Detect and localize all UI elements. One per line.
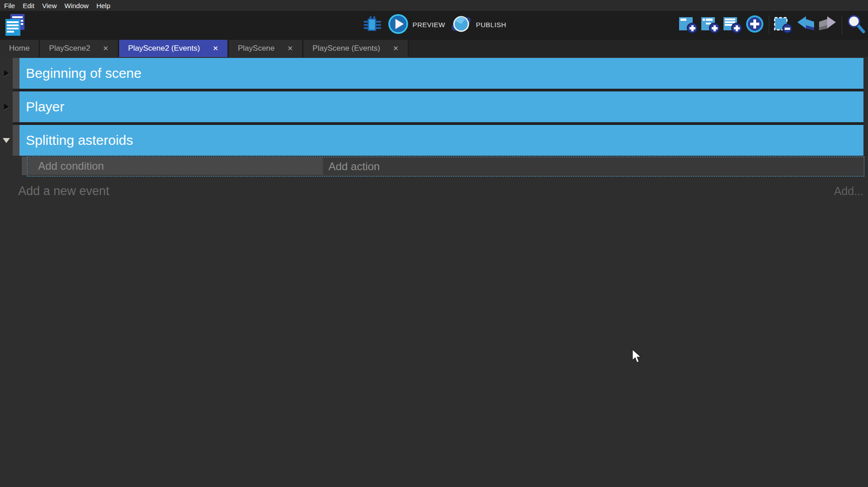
event-group-bar[interactable]: Beginning of scene <box>19 58 863 89</box>
event-group-bar[interactable]: Splitting asteroids <box>19 125 863 156</box>
tab-close-icon[interactable]: ✕ <box>287 44 293 53</box>
add-action-button[interactable]: Add action <box>323 157 864 176</box>
debug-button[interactable] <box>362 14 382 35</box>
event-group-row: Beginning of scene <box>0 58 868 89</box>
tab-home[interactable]: Home <box>0 40 39 57</box>
delete-selection-icon <box>773 14 793 36</box>
play-icon <box>388 14 409 36</box>
publish-button[interactable]: PUBLISH <box>451 14 506 36</box>
mouse-cursor <box>631 349 643 366</box>
menu-bar: File Edit View Window Help <box>0 0 868 11</box>
toolbar-right <box>678 11 866 38</box>
collapse-arrow-icon <box>4 70 9 76</box>
main-toolbar: PREVIEW PUBLISH <box>0 11 868 38</box>
tab-label: PlayScene (Events) <box>313 44 380 53</box>
tab-playscene2-events[interactable]: PlayScene2 (Events) ✕ <box>119 40 227 57</box>
redo-button[interactable] <box>818 14 838 35</box>
toolbar-separator <box>842 15 842 34</box>
add-event-row: Add a new event Add... <box>18 182 863 200</box>
tab-label: Home <box>9 44 29 53</box>
menu-file[interactable]: File <box>4 2 15 10</box>
add-subevent-icon <box>700 14 720 36</box>
tab-label: PlayScene <box>238 44 275 53</box>
tab-bar: Home PlayScene2 ✕ PlayScene2 (Events) ✕ … <box>0 38 868 57</box>
tab-bar-filler <box>409 40 868 57</box>
toolbar-separator <box>769 15 769 34</box>
tab-label: PlayScene2 (Events) <box>128 44 200 53</box>
event-group-bar[interactable]: Player <box>19 91 863 122</box>
search-icon <box>846 14 866 36</box>
menu-view[interactable]: View <box>42 2 57 10</box>
fold-toggle[interactable] <box>0 58 13 89</box>
menu-edit[interactable]: Edit <box>23 2 34 10</box>
selected-event[interactable]: Add condition Add action <box>27 157 864 177</box>
events-sheet: Beginning of scene Player Splitting aste… <box>0 57 868 487</box>
event-group-row: Player <box>0 91 868 122</box>
empty-event-row: Add condition Add action <box>22 157 868 177</box>
tab-playscene2[interactable]: PlayScene2 ✕ <box>40 40 117 57</box>
search-button[interactable] <box>846 14 866 35</box>
tab-playscene[interactable]: PlayScene ✕ <box>229 40 302 57</box>
publish-globe-icon <box>451 14 472 36</box>
event-group-row: Splitting asteroids <box>0 125 868 156</box>
add-condition-button[interactable]: Add condition <box>28 158 323 175</box>
publish-label: PUBLISH <box>476 21 506 29</box>
event-drag-handle[interactable] <box>13 125 19 156</box>
tab-playscene-events[interactable]: PlayScene (Events) ✕ <box>304 40 408 57</box>
add-comment-icon <box>723 14 743 36</box>
event-drag-handle[interactable] <box>13 91 19 122</box>
preview-button[interactable]: PREVIEW <box>388 14 445 36</box>
add-subevent-button[interactable] <box>700 14 720 35</box>
tab-close-icon[interactable]: ✕ <box>212 44 218 53</box>
add-circle-button[interactable] <box>745 14 765 35</box>
menu-help[interactable]: Help <box>96 2 111 10</box>
tab-close-icon[interactable]: ✕ <box>393 44 399 53</box>
expand-arrow-icon <box>3 138 10 143</box>
debug-icon <box>362 15 381 35</box>
add-new-event-button[interactable]: Add a new event <box>18 184 109 198</box>
event-drag-handle[interactable] <box>22 157 27 175</box>
fold-toggle[interactable] <box>0 91 13 122</box>
add-circle-icon <box>745 14 765 36</box>
menu-window[interactable]: Window <box>64 2 88 10</box>
collapse-arrow-icon <box>4 104 9 110</box>
add-comment-button[interactable] <box>723 14 743 35</box>
add-more-button[interactable]: Add... <box>834 185 863 198</box>
delete-selection-button[interactable] <box>773 14 793 35</box>
preview-label: PREVIEW <box>413 21 445 29</box>
undo-icon <box>796 15 815 34</box>
undo-button[interactable] <box>796 14 815 35</box>
tab-label: PlayScene2 <box>49 44 90 53</box>
add-event-icon <box>678 14 698 36</box>
event-drag-handle[interactable] <box>13 58 19 89</box>
fold-toggle[interactable] <box>0 125 13 156</box>
redo-icon <box>818 15 838 34</box>
tab-close-icon[interactable]: ✕ <box>103 44 109 53</box>
add-event-button[interactable] <box>678 14 698 35</box>
